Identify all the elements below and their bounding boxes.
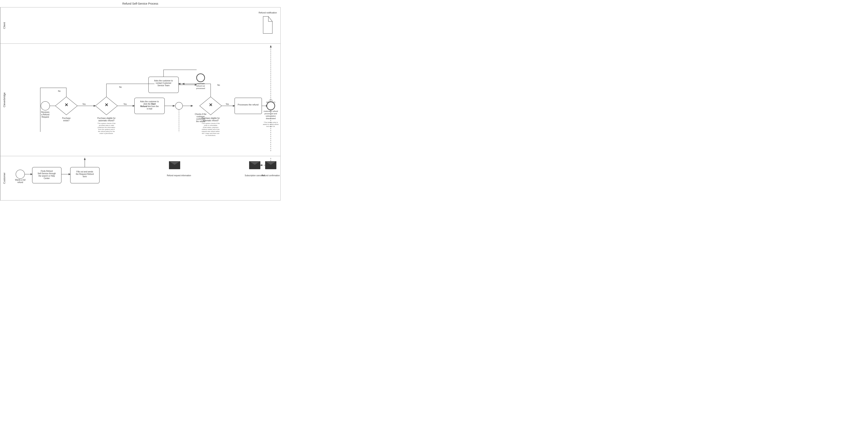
svg-text:Wants a full: Wants a full bbox=[15, 179, 26, 181]
svg-text:✕: ✕ bbox=[65, 102, 68, 108]
svg-text:automatic refund?: automatic refund? bbox=[98, 119, 115, 122]
customer-svg: Wants a full refund Finds Refund Self-Se… bbox=[8, 156, 281, 200]
svg-text:Asks the customer to: Asks the customer to bbox=[140, 100, 159, 103]
svg-text:processed: processed bbox=[196, 87, 205, 89]
svg-text:No: No bbox=[119, 86, 122, 88]
intermediate-event bbox=[175, 102, 183, 110]
svg-text:Yes: Yes bbox=[226, 103, 229, 105]
envelope-subscription-cancelled bbox=[249, 161, 260, 169]
svg-text:from the system) and if: from the system) and if bbox=[98, 128, 115, 130]
svg-text:Processes the refund: Processes the refund bbox=[238, 103, 258, 106]
svg-text:Self-Service through: Self-Service through bbox=[38, 173, 56, 175]
diagram-title: Refund Self-Service Process bbox=[0, 0, 281, 7]
svg-text:✕: ✕ bbox=[209, 102, 212, 108]
svg-text:Refund request information: Refund request information bbox=[167, 174, 191, 177]
svg-text:Refund confirmation: Refund confirmation bbox=[262, 174, 280, 177]
svg-text:provided data is valid: provided data is valid bbox=[99, 124, 114, 126]
end-event-processed bbox=[267, 102, 275, 110]
lane-client-content: Refund notification bbox=[8, 7, 281, 43]
svg-text:Checks if the: Checks if the bbox=[195, 113, 207, 115]
svg-text:No: No bbox=[58, 90, 61, 92]
lane-customer-label: Customer bbox=[0, 156, 8, 200]
envelope-refund-request bbox=[169, 161, 180, 169]
svg-text:Yes: Yes bbox=[82, 103, 86, 105]
envelope-refund-confirmation bbox=[265, 161, 276, 169]
lane-client-label: Client bbox=[0, 7, 8, 43]
box-fills-form bbox=[70, 167, 99, 183]
svg-text:the Request Refund: the Request Refund bbox=[76, 173, 94, 175]
doc-icon bbox=[263, 17, 272, 33]
start-customer bbox=[16, 170, 25, 179]
svg-text:Purchase eligible for: Purchase eligible for bbox=[202, 117, 220, 119]
start-event bbox=[41, 101, 50, 110]
svg-text:order is refundable: order is refundable bbox=[204, 124, 217, 126]
svg-text:Automatic: Automatic bbox=[196, 82, 205, 85]
svg-text:automatic refund?: automatic refund? bbox=[203, 119, 219, 122]
svg-text:✕: ✕ bbox=[104, 102, 108, 108]
svg-text:refund not: refund not bbox=[196, 85, 205, 87]
svg-text:Purchase eligible for: Purchase eligible for bbox=[97, 117, 116, 119]
svg-text:form: form bbox=[83, 175, 87, 178]
svg-text:(Paid status, payment: (Paid status, payment bbox=[203, 126, 218, 128]
svg-text:Asks the customer to: Asks the customer to bbox=[154, 80, 173, 82]
client-svg: Refund notification bbox=[8, 7, 281, 43]
svg-text:Request: Request bbox=[41, 116, 49, 118]
svg-text:Center: Center bbox=[44, 177, 50, 179]
svg-text:*The system checks if the: *The system checks if the bbox=[202, 122, 220, 124]
svg-text:refund: refund bbox=[18, 181, 23, 183]
svg-text:Fills out and sends: Fills out and sends bbox=[76, 171, 93, 173]
lane-client: Client Refund notification bbox=[0, 7, 280, 44]
svg-text:the search or Help: the search or Help bbox=[38, 175, 55, 177]
svg-text:Refund link from the: Refund link from the bbox=[140, 105, 159, 108]
svg-text:no restrictions.: no restrictions. bbox=[206, 134, 216, 136]
receives-refund-label: Receives bbox=[41, 111, 49, 113]
svg-text:Finds Refund: Finds Refund bbox=[41, 170, 53, 172]
refund-notification-label: Refund notification bbox=[258, 11, 277, 14]
svg-text:the refund policy for the: the refund policy for the bbox=[98, 130, 115, 132]
svg-text:Purchase: Purchase bbox=[62, 117, 71, 119]
end-event-not-processed bbox=[196, 74, 205, 82]
box-processes-refund bbox=[235, 98, 262, 114]
svg-text:(matches the information: (matches the information bbox=[98, 126, 115, 128]
lane-customer-content: Wants a full refund Finds Refund Self-Se… bbox=[8, 156, 281, 200]
svg-text:exists?: exists? bbox=[63, 119, 69, 122]
svg-text:a Refund: a Refund bbox=[41, 114, 50, 116]
lane-cleverbridge-label: Cleverbridge bbox=[0, 44, 8, 156]
svg-text:*The system checks if the: *The system checks if the bbox=[97, 122, 116, 124]
svg-text:e-mail: e-mail bbox=[147, 108, 152, 110]
svg-text:click the Start: click the Start bbox=[143, 103, 156, 105]
svg-text:order is permissive.: order is permissive. bbox=[99, 132, 113, 134]
svg-text:No: No bbox=[217, 84, 220, 86]
lane-cleverbridge: Cleverbridge Receives a Refund Request bbox=[0, 44, 280, 156]
svg-text:the X days and there are: the X days and there are bbox=[202, 132, 219, 134]
svg-text:method visible) and if the: method visible) and if the bbox=[202, 128, 220, 130]
lane-customer: Customer Wants a full refund Finds Refun… bbox=[0, 156, 280, 200]
cleverbridge-svg: Receives a Refund Request ✕ Purchase exi… bbox=[8, 44, 281, 156]
svg-text:request was raised within: request was raised within bbox=[202, 130, 220, 132]
svg-text:Yes: Yes bbox=[123, 103, 127, 105]
svg-text:contact Customer: contact Customer bbox=[156, 82, 172, 84]
lane-cleverbridge-content: Receives a Refund Request ✕ Purchase exi… bbox=[8, 44, 281, 156]
svg-text:Service Team: Service Team bbox=[157, 84, 169, 87]
swim-lane-container: Client Refund notification bbox=[0, 7, 281, 201]
